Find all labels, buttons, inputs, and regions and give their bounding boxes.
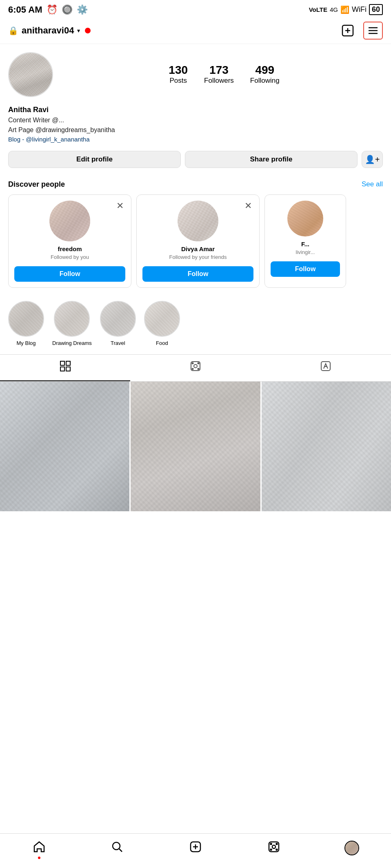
- post-cell-1[interactable]: [0, 382, 129, 511]
- status-bar: 6:05 AM ⏰ 🔘 ⚙️ VoLTE 4G 📶 WiFi 60: [0, 0, 391, 18]
- profile-top: 130 Posts 173 Followers 499 Following: [8, 52, 383, 97]
- share-profile-button[interactable]: Share profile: [185, 151, 358, 168]
- avatar: [8, 52, 53, 97]
- svg-point-23: [272, 845, 275, 848]
- reels-bottom-icon: [268, 841, 280, 856]
- close-card-1-button[interactable]: ✕: [114, 200, 126, 212]
- highlight-circle-4: [144, 301, 180, 337]
- edit-profile-button[interactable]: Edit profile: [8, 151, 181, 168]
- svg-rect-9: [66, 367, 70, 371]
- svg-point-26: [270, 849, 271, 850]
- bottom-nav-profile[interactable]: [340, 838, 364, 858]
- highlight-item-2[interactable]: Drawing Dreams: [52, 301, 92, 346]
- home-notification-dot: [38, 857, 40, 859]
- time-display: 6:05 AM: [8, 4, 42, 15]
- tagged-icon: [320, 360, 331, 375]
- tab-grid[interactable]: [0, 355, 130, 381]
- following-label: Following: [250, 76, 280, 85]
- follow-button-3[interactable]: Follow: [271, 261, 340, 277]
- search-bottom-icon: [111, 841, 123, 856]
- suggest-name-2: Divya Amar: [142, 245, 253, 252]
- settings-status-icon: ⚙️: [77, 4, 88, 15]
- dropdown-arrow-icon: ▾: [77, 27, 80, 34]
- post-cell-3[interactable]: [262, 382, 391, 511]
- svg-rect-8: [60, 367, 64, 371]
- suggest-avatar-2[interactable]: [178, 201, 218, 241]
- reels-icon: [190, 360, 201, 375]
- suggest-name-1: freedom: [14, 245, 125, 252]
- bottom-nav-home[interactable]: [27, 838, 51, 858]
- svg-rect-7: [66, 361, 70, 365]
- profile-bio-2: Art Page @drawingdreams_byanitha: [8, 125, 383, 135]
- followers-stat[interactable]: 173 Followers: [204, 64, 234, 86]
- profile-info: Anitha Ravi Content Writer @... Art Page…: [8, 104, 383, 144]
- stats-container: 130 Posts 173 Followers 499 Following: [65, 64, 383, 86]
- highlight-item-4[interactable]: Food: [144, 301, 180, 346]
- svg-rect-6: [60, 361, 64, 365]
- suggest-avatar-3[interactable]: [287, 201, 323, 236]
- post-cell-2[interactable]: [131, 382, 260, 511]
- see-all-button[interactable]: See all: [362, 180, 383, 188]
- bottom-nav-add[interactable]: [183, 838, 208, 858]
- bottom-navigation: [0, 833, 391, 868]
- svg-point-24: [270, 843, 271, 844]
- posts-label: Posts: [169, 76, 188, 85]
- bottom-nav-search[interactable]: [105, 838, 129, 858]
- followers-count: 173: [204, 64, 234, 77]
- menu-button[interactable]: [363, 22, 383, 40]
- highlight-label-3: Travel: [111, 340, 125, 346]
- suggest-avatar-texture-2: [178, 201, 218, 241]
- alarm-icon: ⏰: [47, 4, 58, 15]
- top-navigation: 🔒 anitharavi04 ▾: [0, 18, 391, 44]
- profile-section: 130 Posts 173 Followers 499 Following An…: [0, 44, 391, 180]
- suggest-avatar-texture-3: [287, 201, 323, 236]
- follow-button-1[interactable]: Follow: [14, 266, 125, 282]
- discover-card-2: ✕ Divya Amar Followed by your friends Fo…: [136, 194, 260, 288]
- add-post-button[interactable]: [339, 22, 357, 40]
- svg-point-27: [276, 849, 277, 850]
- username-area[interactable]: 🔒 anitharavi04 ▾: [8, 25, 91, 36]
- highlight-item-3[interactable]: Travel: [100, 301, 136, 346]
- discover-card-partial: F... livingir... Follow: [264, 194, 346, 288]
- discover-title: Discover people: [8, 180, 65, 189]
- discover-cards: ✕ freedom Followed by you Follow ✕ Divya…: [8, 194, 383, 288]
- suggest-desc-2: Followed by your friends: [142, 254, 253, 261]
- highlight-item-1[interactable]: My Blog: [8, 301, 44, 346]
- posts-stat[interactable]: 130 Posts: [169, 64, 188, 86]
- follow-button-2[interactable]: Follow: [142, 266, 253, 282]
- lock-icon: 🔒: [8, 26, 18, 35]
- highlight-label-2: Drawing Dreams: [52, 340, 92, 346]
- suggest-avatar-1[interactable]: [49, 201, 90, 241]
- radio-icon: 🔘: [62, 4, 73, 15]
- bottom-spacer: [0, 511, 391, 560]
- suggest-desc-1: Followed by you: [14, 254, 125, 261]
- nav-icons: [339, 22, 383, 40]
- bottom-nav-reels[interactable]: [262, 838, 286, 858]
- status-right-icons: VoLTE 4G 📶 WiFi 60: [309, 4, 383, 15]
- volte-icon: VoLTE: [309, 6, 327, 13]
- discover-card-1: ✕ freedom Followed by you Follow: [8, 194, 131, 288]
- discover-header: Discover people See all: [8, 180, 383, 189]
- suggest-desc-3: livingir...: [271, 249, 340, 256]
- tab-reels[interactable]: [130, 355, 260, 381]
- profile-bio-3[interactable]: Blog - @livingirl_k_ananantha: [8, 135, 383, 144]
- discover-section: Discover people See all ✕ freedom Follow…: [0, 180, 391, 295]
- svg-point-25: [276, 843, 277, 844]
- status-time: 6:05 AM ⏰ 🔘 ⚙️: [8, 4, 88, 15]
- svg-point-11: [194, 364, 197, 368]
- signal-icon: 📶: [340, 5, 349, 14]
- action-buttons: Edit profile Share profile 👤+: [8, 151, 383, 168]
- post-grid: [0, 382, 391, 511]
- svg-point-14: [192, 369, 193, 370]
- add-friend-button[interactable]: 👤+: [362, 151, 383, 168]
- close-card-2-button[interactable]: ✕: [242, 200, 254, 212]
- svg-point-13: [198, 363, 199, 364]
- tab-tagged[interactable]: [261, 355, 391, 381]
- home-icon: [33, 841, 45, 856]
- 4g-icon: 4G: [330, 6, 338, 13]
- following-stat[interactable]: 499 Following: [250, 64, 280, 86]
- add-bottom-icon: [189, 841, 202, 856]
- svg-line-18: [119, 849, 122, 852]
- avatar-container[interactable]: [8, 52, 53, 97]
- wifi-icon: WiFi: [352, 5, 367, 14]
